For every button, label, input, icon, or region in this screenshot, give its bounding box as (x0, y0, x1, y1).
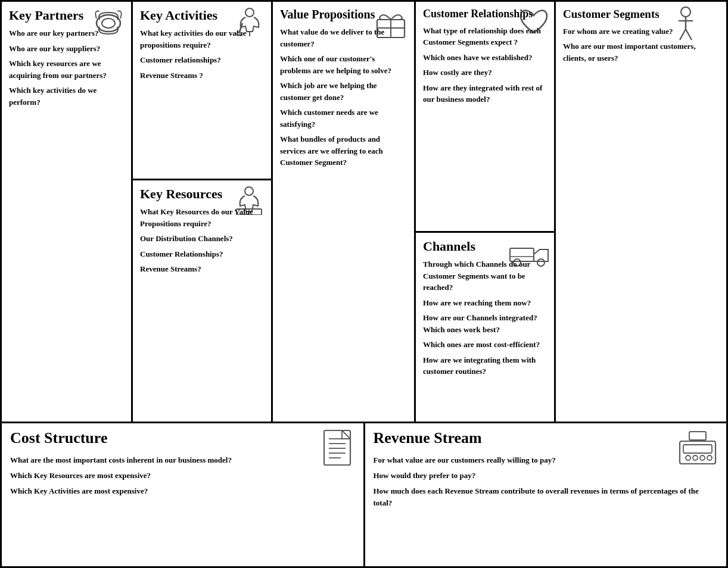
svg-rect-15 (324, 430, 350, 465)
channels-line-3: How are our Channels integrated? Which o… (423, 312, 547, 335)
customer-relationships-icon (518, 7, 549, 42)
svg-rect-27 (689, 432, 706, 440)
key-resources-cell: Key Resources What Key Resources do our … (133, 180, 271, 422)
cust-rel-line-3: How costly are they? (423, 67, 547, 79)
value-props-line-4: Which customer needs are we satisfying? (280, 107, 407, 130)
key-partners-icon (91, 7, 126, 45)
key-partners-line-3: Which key resources are we acquiring fro… (9, 58, 124, 81)
channels-icon (509, 238, 549, 273)
value-propositions-cell: Value Propositions What value do we deli… (273, 2, 416, 422)
cost-struct-line-1: What are the most important costs inhere… (10, 454, 355, 467)
business-model-canvas: Key Partners Who are our key partners? W… (0, 0, 728, 568)
customer-segments-cell: Customer Segments For whom are we creati… (556, 2, 704, 422)
svg-point-11 (514, 259, 521, 266)
key-partners-cell: Key Partners Who are our key partners? W… (2, 2, 133, 422)
value-props-line-3: Which job are we helping the customer ge… (280, 80, 407, 103)
customer-rel-column: Customer Relationships What type of rela… (416, 2, 556, 422)
channels-body: Through which Channels do our Customer S… (423, 258, 547, 377)
svg-point-2 (245, 8, 254, 17)
value-propositions-icon (372, 7, 409, 45)
revenue-line-2: How would they prefer to pay? (374, 470, 718, 482)
cost-structure-cell: Cost Structure What are the most importa… (2, 423, 365, 566)
revenue-stream-cell: Revenue Stream For what value are our cu… (365, 423, 727, 566)
svg-rect-10 (510, 248, 534, 261)
svg-point-14 (681, 7, 690, 17)
key-resources-line-3: Customer Relationships? (140, 248, 264, 260)
channels-line-2: How are we reaching them now? (423, 297, 547, 309)
channels-line-5: How are we integrating them with custome… (423, 354, 547, 377)
cost-structure-icon (319, 429, 355, 475)
key-activities-icon (234, 7, 266, 42)
svg-rect-22 (683, 445, 712, 453)
svg-point-1 (102, 18, 115, 28)
channels-cell: Channels Through which Channels do our C… (416, 233, 554, 422)
key-resources-line-4: Revenue Streams? (140, 263, 264, 275)
svg-point-25 (700, 455, 705, 460)
channels-line-4: Which ones are most cost-efficient? (423, 339, 547, 351)
svg-point-12 (537, 259, 545, 266)
revenue-line-1: For what value are our customers really … (374, 454, 718, 467)
bottom-section: Cost Structure What are the most importa… (2, 423, 726, 566)
svg-point-24 (693, 455, 698, 460)
cost-structure-title: Cost Structure (10, 429, 355, 447)
cost-structure-body: What are the most important costs inhere… (10, 454, 355, 497)
key-activities-line-3: Revenue Streams ? (140, 70, 264, 82)
value-props-line-5: What bundles of products and services ar… (280, 133, 407, 168)
value-propositions-body: What value do we deliver to the customer… (280, 26, 407, 168)
revenue-line-3: How much does each Revenue Stream contri… (374, 485, 718, 510)
key-activities-line-2: Customer relationships? (140, 54, 264, 66)
cust-rel-line-2: Which ones have we established? (423, 52, 547, 64)
cost-struct-line-3: Which Key Activities are most expensive? (10, 485, 355, 498)
key-partners-line-4: Which key activities do we perform? (9, 85, 124, 108)
key-resources-line-2: Our Distribution Channels? (140, 233, 264, 245)
top-section: Key Partners Who are our key partners? W… (2, 2, 726, 423)
key-activities-cell: Key Activities What key activities do ou… (133, 2, 271, 180)
key-activities-column: Key Activities What key activities do ou… (133, 2, 273, 422)
cust-rel-line-4: How are they integrated with rest of our… (423, 82, 547, 105)
value-props-line-2: Which one of our customer's problems are… (280, 53, 407, 76)
key-resources-icon (232, 185, 266, 221)
svg-point-26 (707, 455, 712, 460)
svg-point-4 (245, 187, 253, 195)
svg-point-0 (97, 15, 120, 32)
revenue-stream-body: For what value are our customers really … (374, 454, 718, 510)
customer-segments-icon (673, 7, 699, 48)
svg-point-23 (686, 455, 690, 460)
cost-struct-line-2: Which Key Resources are most expensive? (10, 470, 355, 482)
revenue-stream-icon (677, 429, 718, 473)
customer-relationships-cell: Customer Relationships What type of rela… (416, 2, 554, 233)
revenue-stream-title: Revenue Stream (374, 429, 718, 447)
